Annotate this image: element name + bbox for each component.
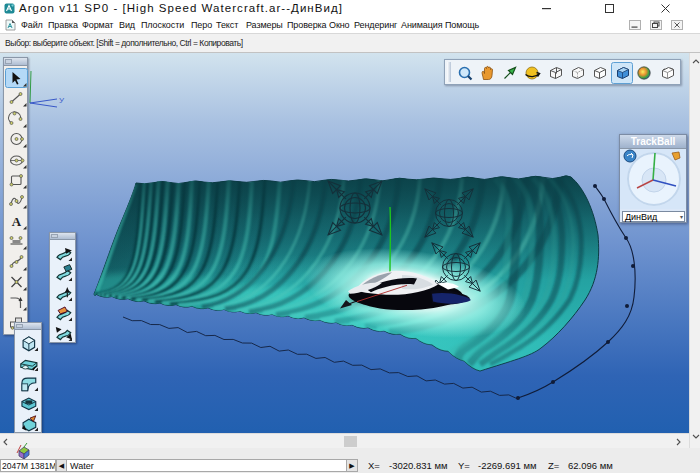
svg-text:A: A bbox=[12, 214, 22, 229]
